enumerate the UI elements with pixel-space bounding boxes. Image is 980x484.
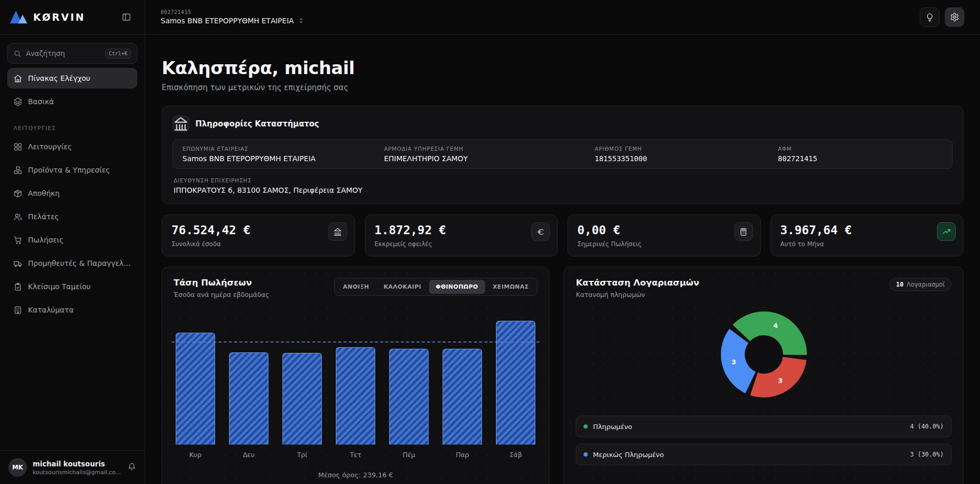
stat-icon-box: [329, 222, 347, 241]
stats-row: 76.524,42 €Συνολικά έσοδα1.872,92 €Εκκρε…: [162, 215, 963, 257]
field-value: 802721415: [778, 154, 943, 163]
sidebar-item-label: Πίνακας Ελέγχου: [28, 74, 90, 82]
sidebar-item-users[interactable]: Πελάτες: [7, 206, 137, 227]
boxes-icon: [13, 166, 22, 175]
stat-value: 1.872,92 €: [375, 223, 548, 237]
season-tab-ΦΘΙΝΟΠΩΡΟ[interactable]: ΦΘΙΝΟΠΩΡΟ: [429, 280, 485, 294]
settings-button[interactable]: [945, 7, 964, 27]
accounts-status-card: Κατάσταση Λογαριασμών Κατανομή πληρωμών …: [564, 267, 963, 484]
donut-value-label: 3: [731, 358, 736, 366]
legend-row[interactable]: Μερικώς Πληρωμένο3 (30.0%): [576, 444, 951, 465]
bar-Σάβ[interactable]: [496, 321, 535, 445]
header-actions: [920, 7, 964, 27]
field-label: ΑΡΙΘΜΟΣ ΓΕΜΗ: [594, 146, 769, 152]
bar-Τετ[interactable]: [336, 347, 375, 445]
stat-icon-box: [937, 222, 956, 241]
sidebar-item-building[interactable]: Καταλύματα: [7, 300, 137, 320]
user-menu[interactable]: MK michail koutsouris koutsourismichalis…: [0, 450, 145, 484]
avatar: MK: [8, 458, 27, 477]
notifications-button[interactable]: [127, 462, 136, 473]
store-info-fields: ΕΠΩΝΥΜΙΑ ΕΤΑΙΡΕΙΑΣSamos BNB ΕΤΕΡΟΡΡΥΘΜΗ …: [173, 139, 953, 169]
bar-Τρί[interactable]: [282, 353, 322, 445]
euro-icon: [536, 227, 545, 236]
sidebar-item-label: Καταλύματα: [28, 306, 74, 314]
average-line: [172, 341, 539, 343]
store-code: 802721415: [161, 9, 305, 15]
bar-Δευ[interactable]: [229, 352, 268, 445]
calculator-icon: [739, 227, 748, 236]
donut-value-label: 4: [773, 322, 778, 330]
tips-button[interactable]: [920, 7, 940, 27]
bar-Κυρ[interactable]: [176, 333, 215, 445]
legend-row[interactable]: Πληρωμένο4 (40.0%): [576, 416, 951, 437]
sidebar-item-grid[interactable]: Λειτουργίες: [7, 136, 137, 157]
store-info-field: ΕΠΩΝΥΜΙΑ ΕΤΑΙΡΕΙΑΣSamos BNB ΕΤΕΡΟΡΡΥΘΜΗ …: [182, 146, 375, 163]
sidebar-item-boxes[interactable]: Προϊόντα & Υπηρεσίες: [7, 160, 137, 180]
sidebar-nav-main: Πίνακας ΕλέγχουΒασικά: [0, 68, 145, 115]
store-selector[interactable]: 802721415 Samos BNB ΕΤΕΡΟΡΡΥΘΜΗ ΕΤΑΙΡΕΙΑ: [161, 9, 305, 25]
stat-card: 3.967,64 €Αυτό το Μήνα: [771, 215, 964, 257]
field-label: ΑΡΜΟΔΙΑ ΥΠΗΡΕΣΙΑ ΓΕΜΗ: [384, 146, 586, 152]
top-header: 802721415 Samos BNB ΕΤΕΡΟΡΡΥΘΜΗ ΕΤΑΙΡΕΙΑ: [145, 0, 980, 35]
sidebar-item-label: Βασικά: [28, 97, 54, 106]
sidebar-section-label: ΛΕΙΤΟΥΡΓΙΕΣ: [13, 125, 145, 131]
sidebar-item-label: Αποθήκη: [28, 189, 60, 197]
page-subtitle: Επισκόπηση των μετρικών της επιχείρησής …: [162, 83, 963, 92]
search-input[interactable]: Αναζήτηση Ctrl+K: [7, 43, 137, 64]
charts-row: Τάση Πωλήσεων Έσοδα ανά ημέρα εβδομάδας …: [162, 267, 963, 484]
season-tab-ΧΕΙΜΩΝΑΣ[interactable]: ΧΕΙΜΩΝΑΣ: [486, 280, 536, 294]
field-value: 181553351000: [594, 154, 769, 163]
x-axis-label: Κυρ: [176, 451, 215, 459]
sidebar-item-label: Λειτουργίες: [28, 143, 72, 151]
page-title: Καλησπέρα, michail: [162, 58, 963, 78]
korvin-logo-icon: [9, 9, 28, 25]
legend-value: 3 (30.0%): [910, 451, 944, 458]
stat-label: Αυτό το Μήνα: [780, 240, 954, 248]
sidebar-collapse-button[interactable]: [118, 8, 135, 26]
sidebar-item-label: Πελάτες: [28, 212, 59, 221]
x-axis-label: Τετ: [336, 451, 375, 459]
accounts-title: Κατάσταση Λογαριασμών: [576, 278, 699, 288]
sidebar-item-label: Κλείσιμο Ταμείου: [28, 282, 91, 291]
brand-name: KØRVIN: [33, 11, 86, 23]
x-axis-labels: ΚυρΔευΤρίΤετΠέμΠαρΣάβ: [174, 451, 537, 459]
accounts-count-badge: 10 Λογαριασμοί: [889, 278, 951, 291]
sidebar-item-package[interactable]: Αποθήκη: [7, 183, 137, 204]
season-tab-ΚΑΛΟΚΑΙΡΙ[interactable]: ΚΑΛΟΚΑΙΡΙ: [377, 280, 428, 294]
sidebar-item-home[interactable]: Πίνακας Ελέγχου: [7, 68, 137, 89]
bar-Πέμ[interactable]: [389, 349, 429, 445]
sidebar-item-layers[interactable]: Βασικά: [7, 91, 137, 112]
landmark-icon: [173, 116, 189, 132]
accounts-donut-chart: 433: [712, 303, 816, 406]
bar-Παρ[interactable]: [443, 349, 482, 445]
season-tab-ΑΝΟΙΞΗ[interactable]: ΑΝΟΙΞΗ: [336, 280, 376, 294]
field-value: Samos BNB ΕΤΕΡΟΡΡΥΘΜΗ ΕΤΑΙΡΕΙΑ: [182, 154, 375, 163]
x-axis-label: Τρί: [282, 451, 322, 459]
donut-hole: [746, 337, 782, 372]
stat-card: 0,00 €Σημερινές Πωλήσεις: [567, 215, 761, 257]
dashboard-content: Καλησπέρα, michail Επισκόπηση των μετρικ…: [145, 35, 980, 484]
users-icon: [13, 212, 22, 221]
sidebar-spacer: [0, 323, 145, 450]
stat-label: Συνολικά έσοδα: [172, 240, 345, 248]
accounts-legend: Πληρωμένο4 (40.0%)Μερικώς Πληρωμένο3 (30…: [576, 416, 951, 465]
sidebar-item-clipboard-check[interactable]: Κλείσιμο Ταμείου: [7, 276, 137, 297]
sales-trend-card: Τάση Πωλήσεων Έσοδα ανά ημέρα εβδομάδας …: [162, 267, 549, 484]
average-note: Μέσος όρος: 239,16 €: [174, 471, 537, 479]
season-tabs: ΑΝΟΙΞΗΚΑΛΟΚΑΙΡΙΦΘΙΝΟΠΩΡΟΧΕΙΜΩΝΑΣ: [334, 278, 537, 296]
sidebar-item-label: Πωλήσεις: [28, 236, 64, 244]
stat-card: 76.524,42 €Συνολικά έσοδα: [162, 215, 355, 257]
truck-icon: [13, 259, 22, 268]
legend-label: Μερικώς Πληρωμένο: [593, 451, 664, 459]
sales-bar-chart: [174, 312, 537, 445]
building-icon: [13, 306, 22, 315]
sidebar: KØRVIN Αναζήτηση Ctrl+K Πίνακας ΕλέγχουΒ…: [0, 0, 145, 484]
sidebar-item-cart[interactable]: Πωλήσεις: [7, 230, 137, 250]
legend-label: Πληρωμένο: [593, 423, 632, 431]
app-root: { "brand": { "name": "KØRVIN" }, "sideba…: [0, 0, 980, 484]
chevrons-up-down-icon: [297, 17, 305, 24]
search-shortcut-badge: Ctrl+K: [105, 49, 131, 59]
store-info-field: ΑΦΜ802721415: [778, 146, 943, 163]
sidebar-item-truck[interactable]: Προμηθευτές & Παραγγελίες: [7, 253, 137, 274]
clipboard-check-icon: [13, 282, 22, 291]
